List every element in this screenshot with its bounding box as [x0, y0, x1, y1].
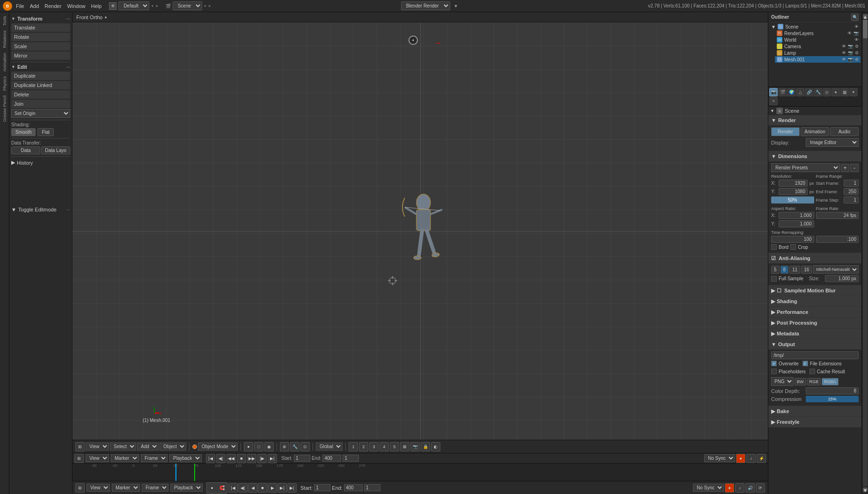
- bottom-snap-toggle[interactable]: 🧲: [217, 483, 226, 493]
- metadata-header[interactable]: ▶ Metadata: [768, 328, 861, 339]
- renderlayers-render[interactable]: 📷: [853, 31, 859, 36]
- bake-header[interactable]: ▶ Bake: [768, 406, 861, 416]
- lamp-render-eye[interactable]: 📷: [848, 51, 853, 55]
- proportional-btn[interactable]: ⊙: [300, 442, 310, 451]
- sync-select[interactable]: No Sync: [704, 454, 735, 462]
- duplicate-linked-button[interactable]: Duplicate Linked: [11, 81, 70, 89]
- engine-expand[interactable]: ▼: [454, 4, 458, 8]
- size-value[interactable]: 1.000 px: [825, 275, 859, 282]
- menu-help[interactable]: Help: [91, 3, 102, 9]
- bottom-jump-end[interactable]: ▶|: [287, 483, 297, 493]
- scrollbar-track[interactable]: [863, 20, 868, 487]
- bottom-anim-filter[interactable]: 🔊: [745, 483, 755, 493]
- bottom-view-select[interactable]: View: [87, 484, 110, 492]
- sidebar-tab-physics[interactable]: Physics: [1, 74, 8, 93]
- add-select[interactable]: Add: [137, 443, 159, 450]
- menu-render[interactable]: Render: [44, 3, 61, 9]
- transform-orientation-select[interactable]: Global: [316, 443, 343, 450]
- outliner-search-icon[interactable]: 🔍: [851, 14, 859, 21]
- outliner-world[interactable]: W World 👁: [775, 36, 861, 43]
- mirror-button[interactable]: Mirror: [11, 51, 70, 60]
- aa-btn-5[interactable]: 5: [771, 266, 780, 274]
- lamp-eye[interactable]: 👁: [842, 51, 846, 55]
- res-x-value[interactable]: 1920: [779, 180, 808, 187]
- prop-icon-world[interactable]: 🌍: [787, 88, 795, 96]
- sidebar-tab-grease-pencil[interactable]: Grease Pencil: [1, 94, 8, 124]
- file-ext-checkbox[interactable]: [802, 361, 808, 366]
- lamp-extras[interactable]: ⚙: [855, 51, 859, 55]
- bottom-stop[interactable]: ■: [258, 483, 267, 493]
- transform-pin[interactable]: —: [66, 16, 70, 21]
- freestyle-header[interactable]: ▶ Freestyle: [768, 417, 861, 427]
- start-frame-input[interactable]: [294, 455, 310, 462]
- menu-add[interactable]: Add: [30, 3, 39, 9]
- aa-btn-8[interactable]: 8: [780, 266, 789, 274]
- bottom-grid-icon[interactable]: ⊞: [75, 483, 85, 493]
- layout-close[interactable]: ×: [155, 4, 158, 8]
- format-select[interactable]: PNG: [771, 377, 794, 386]
- border-checkbox[interactable]: [771, 244, 777, 250]
- solid-shading-btn[interactable]: ●: [244, 442, 253, 451]
- translate-button[interactable]: Translate: [11, 23, 70, 32]
- aa-section-header[interactable]: ☑ Anti-Aliasing: [768, 253, 861, 263]
- toggle-editmode-pin[interactable]: —: [66, 207, 70, 212]
- bottom-start-input[interactable]: [314, 484, 330, 491]
- start-frame-prop[interactable]: 1: [844, 180, 859, 187]
- bottom-marker-select[interactable]: Marker: [112, 484, 140, 492]
- pivot-btn[interactable]: ⊕: [280, 442, 289, 451]
- rgba-btn[interactable]: RGBA: [822, 378, 839, 385]
- layer-btn-1[interactable]: 1: [349, 442, 358, 451]
- camera-extras[interactable]: ⚙: [855, 44, 859, 49]
- history-header[interactable]: ▶ History: [11, 160, 70, 166]
- rgb-btn[interactable]: RGB: [807, 378, 821, 385]
- display-select[interactable]: Image Editor: [806, 138, 859, 147]
- set-origin-select[interactable]: Set Origin: [11, 109, 70, 118]
- end-frame-input[interactable]: [322, 455, 341, 462]
- render-audio-btn[interactable]: Audio: [830, 127, 859, 136]
- time-remap-old[interactable]: 100: [771, 236, 814, 243]
- transform-header[interactable]: ▼ Transform —: [11, 16, 70, 22]
- join-button[interactable]: Join: [11, 100, 70, 108]
- data-btn[interactable]: Data: [11, 146, 40, 154]
- timeline-view-select[interactable]: View: [86, 454, 109, 462]
- menu-window[interactable]: Window: [67, 3, 85, 9]
- color-depth-value[interactable]: 8: [806, 387, 859, 394]
- overwrite-checkbox[interactable]: [771, 361, 777, 366]
- camera-eye[interactable]: 👁: [842, 44, 846, 49]
- outliner-renderlayers[interactable]: R RenderLayers 👁 📷: [775, 30, 861, 36]
- outliner-mesh001[interactable]: M Mesh.001 👁 📷 ⚙: [775, 56, 861, 63]
- lock-btn[interactable]: 🔒: [421, 442, 430, 451]
- render-animation-btn[interactable]: Animation: [801, 127, 829, 136]
- smooth-button[interactable]: Smooth: [11, 128, 36, 136]
- camera-btn[interactable]: 📷: [410, 442, 420, 451]
- current-frame-input[interactable]: [343, 455, 359, 462]
- play-back-btn[interactable]: ◀◀: [226, 454, 236, 463]
- preset-remove-btn[interactable]: -: [850, 164, 859, 172]
- preset-add-btn[interactable]: +: [841, 164, 849, 172]
- frame-step-prop[interactable]: 1: [844, 196, 859, 203]
- layout-add[interactable]: +: [151, 4, 153, 8]
- prop-icon-data[interactable]: ◎: [823, 88, 831, 96]
- menu-file[interactable]: File: [16, 3, 24, 9]
- scrollbar-thumb[interactable]: [863, 20, 868, 38]
- bottom-jump-start[interactable]: |◀: [228, 483, 238, 493]
- render-preset-select[interactable]: Render Presets: [771, 163, 840, 172]
- wireframe-btn[interactable]: □: [254, 442, 263, 451]
- viewport-main[interactable]: →: [73, 22, 768, 440]
- scrollbar-up[interactable]: ▲: [863, 14, 868, 19]
- fps-value[interactable]: 24 fps: [816, 212, 859, 219]
- rendered-btn[interactable]: ◉: [264, 442, 274, 451]
- duplicate-button[interactable]: Duplicate: [11, 72, 70, 80]
- select-select[interactable]: Select: [110, 443, 136, 450]
- prop-icon-texture[interactable]: ▦: [840, 88, 849, 96]
- layout-select[interactable]: Default: [118, 1, 149, 10]
- res-pct-value[interactable]: 50%: [771, 196, 814, 203]
- prop-icon-material[interactable]: ●: [832, 88, 840, 96]
- flat-button[interactable]: Flat: [37, 128, 54, 136]
- jump-end-btn[interactable]: ▶|: [268, 454, 277, 463]
- render-section-header[interactable]: ▼ Render: [768, 115, 861, 125]
- overlay-btn[interactable]: ◐: [431, 442, 440, 451]
- crop-checkbox[interactable]: [790, 244, 796, 250]
- prop-icon-scene[interactable]: 🎬: [778, 88, 787, 96]
- bottom-sync-select[interactable]: No Sync: [693, 484, 724, 492]
